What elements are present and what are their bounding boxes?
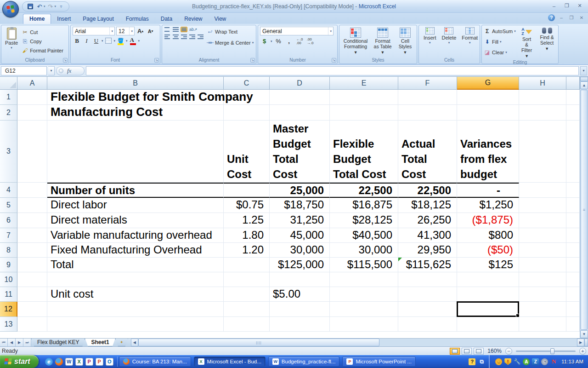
cell-F13[interactable] <box>398 317 457 332</box>
firefox-icon[interactable] <box>55 358 63 366</box>
row-header-5[interactable]: 5 <box>0 198 17 213</box>
workbook-minimize-button[interactable]: – <box>558 15 565 20</box>
number-format-combo[interactable]: General▾ <box>260 27 334 35</box>
insert-worksheet-tab[interactable]: ✦ <box>115 339 128 346</box>
smiley-tray-icon[interactable]: ☺ <box>495 358 502 365</box>
cell-A7[interactable] <box>17 228 47 243</box>
increase-indent-button[interactable] <box>197 34 204 40</box>
col-header-G[interactable]: G <box>457 77 519 90</box>
cell-B9[interactable]: Total <box>47 258 224 272</box>
row-header-2[interactable]: 2 <box>0 105 17 121</box>
restore-button[interactable]: ❐ <box>561 2 572 10</box>
office-button[interactable] <box>2 1 19 17</box>
cell-G7[interactable]: $800 <box>457 228 519 243</box>
norton-tray-icon[interactable]: N <box>550 358 557 365</box>
cell-B13[interactable] <box>47 317 224 332</box>
name-box[interactable]: G12 <box>1 66 47 75</box>
cell-D10[interactable] <box>270 272 330 287</box>
cell-C11[interactable] <box>224 287 270 302</box>
font-color-dropdown-icon[interactable]: ▾ <box>138 39 140 43</box>
cell-C2[interactable] <box>224 105 270 121</box>
cell-C10[interactable] <box>224 272 270 287</box>
fill-color-dropdown-icon[interactable]: ▾ <box>126 39 128 43</box>
row-header-10[interactable]: 10 <box>0 272 17 287</box>
border-button[interactable] <box>104 36 113 45</box>
cell-H12[interactable] <box>519 302 566 317</box>
start-button[interactable]: start <box>0 355 39 368</box>
format-painter-button[interactable]: 🖌Format Painter <box>22 46 63 55</box>
zoom-slider-thumb[interactable] <box>550 348 554 354</box>
cell-H3[interactable] <box>519 121 566 183</box>
formula-input[interactable] <box>86 66 579 75</box>
cell-E4[interactable]: 22,500 <box>330 183 398 198</box>
next-sheet-button[interactable]: ▶ <box>16 339 23 346</box>
alignment-dialog-launcher[interactable]: ↘ <box>250 58 255 63</box>
zoom-slider[interactable] <box>516 351 576 352</box>
cell-C5[interactable]: $0.75 <box>224 198 270 213</box>
font-name-combo[interactable]: Arial▾ <box>73 27 115 35</box>
cell-H7[interactable] <box>519 228 566 243</box>
align-top-button[interactable] <box>164 27 171 32</box>
ribbon-tab-data[interactable]: Data <box>155 14 178 24</box>
ribbon-tab-insert[interactable]: Insert <box>51 14 77 24</box>
wrap-text-button[interactable]: ⮐Wrap Text <box>207 27 254 36</box>
col-header-C[interactable]: C <box>224 77 270 90</box>
cell-C6[interactable]: 1.25 <box>224 213 270 228</box>
paste-dropdown-icon[interactable]: ▾ <box>11 46 12 50</box>
cell-C13[interactable] <box>224 317 270 332</box>
help-tray-icon[interactable]: ? <box>469 358 475 365</box>
ribbon-tab-formulas[interactable]: Formulas <box>120 14 155 24</box>
cell-C12[interactable] <box>224 302 270 317</box>
format-cells-button[interactable]: Format▾ <box>459 27 481 45</box>
view-page-break-button[interactable] <box>474 348 484 355</box>
select-all-corner[interactable] <box>0 77 17 90</box>
cell-G2[interactable] <box>457 105 519 121</box>
cell-styles-button[interactable]: CellStyles ▾ <box>396 27 415 56</box>
cell-C9[interactable] <box>224 258 270 272</box>
qat-customize-button[interactable]: ▿ <box>57 2 65 11</box>
taskbar-window-powerpoint[interactable]: PMicrosoft PowerPoint ... <box>342 356 415 367</box>
cell-C7[interactable]: 1.80 <box>224 228 270 243</box>
vertical-scrollbar[interactable]: ▲ ▼ <box>580 77 588 338</box>
cell-B11[interactable]: Unit cost <box>47 287 224 302</box>
row-header-8[interactable]: 8 <box>0 243 17 258</box>
cell-B12[interactable] <box>47 302 224 317</box>
cell-B7[interactable]: Variable manufacturing overhead <box>47 228 224 243</box>
cell-G8[interactable]: ($50) <box>457 243 519 258</box>
cell-A2[interactable] <box>17 105 47 121</box>
cell-F3[interactable]: ActualTotalCost <box>398 121 457 183</box>
cell-A6[interactable] <box>17 213 47 228</box>
minimize-button[interactable]: – <box>548 2 560 10</box>
merge-center-button[interactable]: ⇥⇤Merge & Center▾ <box>207 38 254 47</box>
cell-E10[interactable] <box>330 272 398 287</box>
cell-A11[interactable] <box>17 287 47 302</box>
cut-button[interactable]: ✂Cut <box>22 28 63 36</box>
scroll-right-icon[interactable]: ▶ <box>577 339 584 346</box>
scroll-down-icon[interactable]: ▼ <box>580 330 588 338</box>
delete-cells-button[interactable]: Delete▾ <box>439 27 459 45</box>
horizontal-scroll-thumb[interactable]: |||| <box>138 339 379 346</box>
cell-G5[interactable]: $1,250 <box>457 198 519 213</box>
cell-E2[interactable] <box>330 105 398 121</box>
display-tray-icon[interactable]: ⧉ <box>478 358 485 365</box>
view-normal-button[interactable] <box>450 348 460 355</box>
cell-E1[interactable] <box>330 90 398 105</box>
cell-A13[interactable] <box>17 317 47 332</box>
orientation-button[interactable]: ab↗ <box>189 27 196 32</box>
row-header-6[interactable]: 6 <box>0 213 17 228</box>
cell-D3[interactable]: MasterBudgetTotalCost <box>270 121 330 183</box>
internet-explorer-icon[interactable]: e <box>45 358 53 366</box>
cell-E7[interactable]: $40,500 <box>330 228 398 243</box>
cell-D12[interactable] <box>270 302 330 317</box>
cell-A9[interactable] <box>17 258 47 272</box>
col-header-D[interactable]: D <box>270 77 330 90</box>
cell-D7[interactable]: 45,000 <box>270 228 330 243</box>
redo-dropdown-icon[interactable]: ▾ <box>55 5 57 8</box>
cell-F11[interactable] <box>398 287 457 302</box>
bold-button[interactable]: B <box>73 36 81 45</box>
cell-F12[interactable] <box>398 302 457 317</box>
accounting-format-button[interactable]: $ <box>260 37 269 46</box>
row-header-1[interactable]: 1 <box>0 90 17 105</box>
insert-cells-button[interactable]: Insert▾ <box>421 27 439 45</box>
sheet-tab-flex-budget-key[interactable]: Flex Budget KEY <box>31 339 85 346</box>
